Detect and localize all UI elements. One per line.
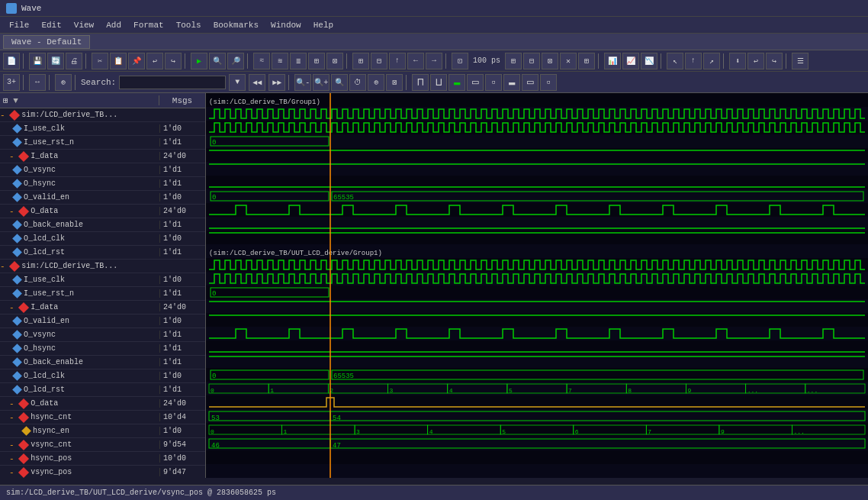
menu-tools[interactable]: Tools	[170, 19, 207, 31]
tb-out[interactable]: ⊟	[371, 53, 387, 69]
tb2-zoom-cur[interactable]: ⊕	[368, 74, 384, 91]
tb-zoom1[interactable]: ⊞	[505, 53, 522, 69]
tb2-shape6[interactable]: ▬	[503, 74, 520, 91]
minus-icon[interactable]: -	[9, 440, 29, 450]
signal-row-20[interactable]: O_lcd_clk 1'd0	[0, 369, 205, 383]
tab-wave-default[interactable]: Wave - Default	[3, 35, 90, 49]
tb-zoom2[interactable]: ⊟	[523, 53, 540, 69]
search-dropdown[interactable]: ▼	[229, 74, 246, 91]
search-prev[interactable]: ◀◀	[249, 74, 265, 91]
tb-wave2[interactable]: ≋	[272, 53, 288, 69]
tb-redo[interactable]: ↪	[165, 53, 182, 69]
menu-format[interactable]: Format	[127, 19, 170, 31]
search-input[interactable]	[119, 76, 226, 89]
tb2-shape2[interactable]: ⊔	[430, 74, 447, 91]
tb-zoom4[interactable]: ✕	[560, 53, 577, 69]
signal-row-23[interactable]: - hsync_cnt 10'd4	[0, 411, 205, 424]
signal-row-26[interactable]: - hsync_pos 10'd0	[0, 452, 205, 466]
signal-row-4[interactable]: - I_data 24'd0	[0, 150, 205, 163]
minus-icon[interactable]: -	[9, 413, 29, 422]
signal-row-11[interactable]: O_lcd_rst 1'd1	[0, 246, 205, 260]
minus-icon[interactable]: -	[9, 303, 29, 312]
tb2-shape8[interactable]: ▫	[540, 74, 557, 91]
tb-left[interactable]: ←	[407, 53, 424, 69]
menu-bookmarks[interactable]: Bookmarks	[207, 19, 265, 31]
tb-chart3[interactable]: 📉	[641, 53, 657, 69]
tb-dl1[interactable]: ⬇	[729, 53, 746, 69]
tb-print[interactable]: 🖨	[66, 53, 82, 69]
tb-arrow3[interactable]: ↗	[703, 53, 720, 69]
tb-copy[interactable]: 📋	[110, 53, 127, 69]
tb2-zoom-fit[interactable]: 🔍-	[294, 74, 311, 91]
tb-arrow2[interactable]: ↑	[685, 53, 702, 69]
wave-panel[interactable]: (sim:/LCD_derive_TB/Group1)0065535(sim:/…	[206, 93, 868, 478]
signal-row-15[interactable]: - I_data 24'd0	[0, 301, 205, 315]
menu-window[interactable]: Window	[265, 19, 307, 31]
tb-refresh[interactable]: 🔄	[47, 53, 64, 69]
signal-row-16[interactable]: O_valid_en 1'd0	[0, 315, 205, 328]
signal-row-14[interactable]: I_use_rst_n 1'd1	[0, 287, 205, 301]
tb2-shape1[interactable]: ⊓	[412, 74, 429, 91]
signal-row-22[interactable]: - O_data 24'd0	[0, 397, 205, 411]
tb-arrow1[interactable]: ↖	[667, 53, 683, 69]
tb-find2[interactable]: 🔎	[227, 53, 244, 69]
signal-row-6[interactable]: O_hsync 1'd1	[0, 177, 205, 191]
tb-chart1[interactable]: 📊	[604, 53, 621, 69]
tb-wave1[interactable]: ≈	[253, 53, 270, 69]
signal-row-9[interactable]: O_back_enable 1'd1	[0, 218, 205, 232]
header-expand[interactable]: ⊞	[3, 96, 8, 105]
minus-icon[interactable]: -	[9, 152, 29, 161]
menu-file[interactable]: File	[3, 19, 35, 31]
menu-view[interactable]: View	[68, 19, 100, 31]
minus-icon[interactable]: -	[0, 111, 20, 120]
menu-add[interactable]: Add	[100, 19, 127, 31]
minus-icon[interactable]: -	[0, 262, 20, 271]
tb-zoom5[interactable]: ⊞	[578, 53, 595, 69]
minus-icon[interactable]: -	[9, 207, 29, 216]
signal-row-17[interactable]: O_vsync 1'd1	[0, 328, 205, 342]
signal-row-13[interactable]: I_use_clk 1'd0	[0, 273, 205, 287]
minus-icon[interactable]: -	[9, 454, 29, 463]
tb-run[interactable]: ▶	[191, 53, 207, 69]
signal-row-21[interactable]: O_lcd_rst 1'd1	[0, 383, 205, 397]
tb2-zoom-in[interactable]: 🔍+	[313, 74, 330, 91]
signal-row-5[interactable]: O_vsync 1'd1	[0, 163, 205, 177]
tb-paste[interactable]: 📌	[128, 53, 145, 69]
signal-row-1[interactable]: - sim:/LCD_derive_TB...	[0, 108, 205, 122]
menu-help[interactable]: Help	[307, 19, 339, 31]
tb2-shape7[interactable]: ▭	[522, 74, 538, 91]
tb2-zoom-time[interactable]: ⏱	[349, 74, 366, 91]
signal-row-10[interactable]: O_lcd_clk 1'd0	[0, 232, 205, 246]
tb-new[interactable]: 📄	[3, 53, 20, 69]
tb2-zoom-sel[interactable]: 🔍	[331, 74, 348, 91]
search-next[interactable]: ▶▶	[268, 74, 285, 91]
tb-dl2[interactable]: ↩	[747, 53, 764, 69]
tb-fit[interactable]: ⊡	[452, 53, 468, 69]
signal-row-27[interactable]: - vsync_pos 9'd47	[0, 466, 205, 478]
signal-row-18[interactable]: O_hsync 1'd1	[0, 342, 205, 356]
tb2-3[interactable]: ⊕	[55, 74, 72, 91]
tb-zoom3[interactable]: ⊠	[542, 53, 558, 69]
menu-edit[interactable]: Edit	[35, 19, 67, 31]
tb-wave5[interactable]: ⊠	[326, 53, 343, 69]
tb-right[interactable]: →	[426, 53, 442, 69]
tb-wave4[interactable]: ⊞	[308, 53, 325, 69]
tb2-shape3[interactable]: ▬	[448, 74, 465, 91]
tb2-1[interactable]: 3+	[3, 74, 20, 91]
signal-row-25[interactable]: - vsync_cnt 9'd54	[0, 438, 205, 452]
signal-row-24[interactable]: hsync_en 1'd0	[0, 424, 205, 438]
signal-row-12[interactable]: - sim:/LCD_derive_TB...	[0, 260, 205, 273]
tb2-zoom-all[interactable]: ⊠	[386, 74, 403, 91]
signal-row-19[interactable]: O_back_enable 1'd1	[0, 356, 205, 369]
tb-save[interactable]: 💾	[29, 53, 46, 69]
tb-find[interactable]: 🔍	[209, 53, 226, 69]
tb-in[interactable]: ⊞	[352, 53, 369, 69]
tb-up[interactable]: ↑	[389, 53, 406, 69]
signal-row-3[interactable]: I_use_rst_n 1'd1	[0, 136, 205, 150]
tb-wave3[interactable]: ≣	[290, 53, 307, 69]
tb2-2[interactable]: ↔	[29, 74, 46, 91]
signal-row-7[interactable]: O_valid_en 1'd0	[0, 191, 205, 205]
tb-chart2[interactable]: 📈	[622, 53, 639, 69]
tb2-shape4[interactable]: ▭	[467, 74, 484, 91]
tb-undo[interactable]: ↩	[146, 53, 163, 69]
